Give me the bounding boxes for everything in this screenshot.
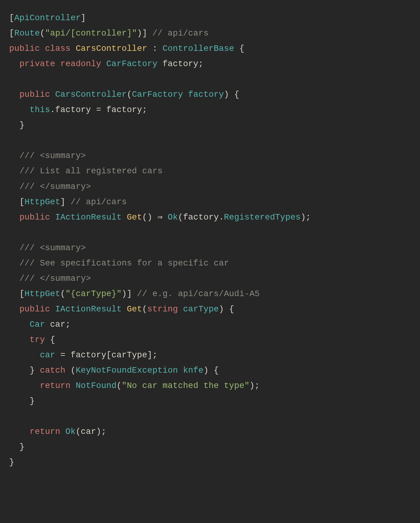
code-token — [9, 105, 30, 115]
code-token: car — [40, 350, 55, 360]
code-token: ] — [81, 13, 86, 23]
code-token: ); — [249, 381, 260, 390]
code-token: this — [30, 105, 50, 115]
code-token: CarsController — [76, 44, 147, 53]
code-token: catch — [40, 366, 66, 375]
code-token: { — [45, 335, 55, 344]
code-token — [9, 274, 19, 283]
code-token: ( — [127, 90, 132, 99]
code-token: { — [234, 44, 244, 53]
code-token — [70, 44, 76, 53]
code-token: knfe — [183, 366, 204, 375]
code-token — [122, 304, 127, 314]
code-token: CarFactory — [132, 90, 183, 99]
code-token: ) { — [204, 366, 219, 375]
code-token: readonly — [60, 59, 101, 69]
code-token — [178, 366, 183, 375]
code-token: KeyNotFoundException — [76, 366, 178, 375]
code-token: class — [45, 44, 71, 53]
code-token: /// </summary> — [19, 274, 91, 283]
code-token — [40, 44, 45, 53]
code-token: /// See specifications for a specific ca… — [19, 258, 229, 268]
code-token: Route — [14, 28, 40, 38]
code-token: } — [9, 120, 24, 130]
code-token: return — [30, 427, 60, 436]
code-block: [ApiController] [Route("api/[controller]… — [0, 0, 420, 480]
code-token — [101, 59, 107, 69]
code-token: IActionResult — [55, 213, 122, 222]
code-token: "api/[controller]" — [45, 28, 137, 38]
code-token — [9, 381, 40, 390]
code-token: ) { — [224, 90, 239, 99]
code-token: CarsController — [55, 90, 127, 99]
code-token: Get — [127, 304, 142, 314]
code-token — [9, 59, 19, 69]
code-token: /// </summary> — [19, 182, 91, 191]
code-token: : — [147, 44, 163, 53]
code-token: ); — [301, 213, 311, 222]
code-token: public — [19, 304, 50, 314]
code-token: carType — [183, 304, 219, 314]
code-token: .factory = factory; — [50, 105, 147, 115]
code-token: string — [147, 304, 178, 314]
code-token: ControllerBase — [163, 44, 234, 53]
code-token: ( — [60, 289, 66, 299]
code-token: RegisteredTypes — [224, 213, 301, 222]
code-token: ( — [117, 381, 122, 390]
code-token: /// <summary> — [19, 151, 86, 160]
code-token: public — [9, 44, 40, 53]
code-token: Get — [127, 213, 142, 222]
code-token — [9, 304, 19, 314]
code-token — [9, 182, 19, 191]
code-token — [50, 90, 55, 99]
code-token: "{carType}" — [66, 289, 122, 299]
code-token — [9, 350, 40, 360]
code-token: return — [40, 381, 70, 390]
code-token: factory — [188, 90, 224, 99]
code-token — [9, 258, 19, 268]
code-token: /// List all registered cars — [19, 166, 163, 176]
code-token — [9, 166, 19, 176]
code-token: Ok — [168, 213, 178, 222]
code-token: [ — [9, 289, 24, 299]
code-token: [ — [9, 197, 24, 207]
code-token: public — [19, 90, 50, 99]
code-token: private — [19, 59, 55, 69]
code-token: } — [9, 442, 24, 452]
code-token: ( — [142, 304, 147, 314]
code-token: // e.g. api/cars/Audi-A5 — [137, 289, 260, 299]
code-token: CarFactory — [106, 59, 157, 69]
code-token — [9, 151, 19, 160]
code-token: // api/cars — [152, 28, 209, 38]
code-token: // api/cars — [70, 197, 127, 207]
code-token: ( — [66, 366, 76, 375]
code-token — [9, 90, 19, 99]
code-token: ( — [40, 28, 45, 38]
code-token — [9, 320, 30, 329]
code-token — [50, 213, 55, 222]
code-token: car; — [45, 320, 71, 329]
code-token: try — [30, 335, 45, 344]
code-token: /// <summary> — [19, 243, 86, 253]
code-token: ApiController — [14, 13, 81, 23]
code-token — [9, 427, 30, 436]
code-token: )] — [122, 289, 137, 299]
code-token: factory; — [157, 59, 203, 69]
code-token — [50, 304, 55, 314]
code-token: () ⇒ — [142, 213, 168, 222]
code-token — [122, 213, 127, 222]
code-token: )] — [137, 28, 152, 38]
code-token: [ — [9, 13, 14, 23]
code-token: public — [19, 213, 50, 222]
code-token — [55, 59, 60, 69]
code-token — [9, 213, 19, 222]
code-token: [ — [9, 28, 14, 38]
code-token: } — [9, 396, 35, 406]
code-token: ) { — [219, 304, 234, 314]
code-token: HttpGet — [24, 289, 60, 299]
code-token: NotFound — [76, 381, 117, 390]
code-token: (car); — [76, 427, 106, 436]
code-token — [60, 427, 66, 436]
code-token: ] — [60, 197, 70, 207]
code-token: HttpGet — [24, 197, 60, 207]
